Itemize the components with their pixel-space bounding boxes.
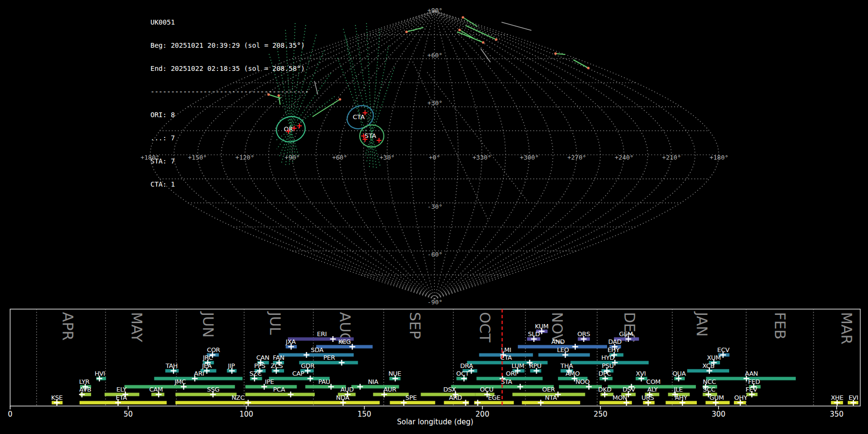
shower-label-lyr: LYR xyxy=(79,378,90,385)
shower-bar-noo xyxy=(559,385,602,389)
shower-label-qua: QUA xyxy=(672,370,686,377)
latitude-label: +60° xyxy=(427,52,442,59)
shower-label-ori: ORI xyxy=(506,370,516,377)
shower-label-and: AND xyxy=(551,338,565,345)
station-id: UK0051 xyxy=(150,18,309,26)
trail-tip-dot xyxy=(587,67,589,69)
shower-label-avb: AVB xyxy=(79,386,91,393)
meteor-trail xyxy=(312,99,340,117)
shower-peak-marker xyxy=(517,384,523,390)
session-info-panel: UK0051 Beg: 20251021 20:39:29 (sol = 208… xyxy=(150,3,309,196)
shower-label-oer: OER xyxy=(542,386,555,393)
shower-label-dsx: DSX xyxy=(443,386,456,393)
count-sta: STA: 7 xyxy=(150,157,309,165)
month-label: OCT xyxy=(476,312,493,343)
trail-tip-dot xyxy=(495,38,497,41)
shower-label-ehy: EHY xyxy=(608,346,620,353)
count-ori: ORI: 8 xyxy=(150,111,309,119)
shower-label-hyd: HYD xyxy=(601,354,614,361)
graticule-meridian xyxy=(434,11,672,299)
axis-tick-label: 250 xyxy=(594,410,608,419)
shower-bar-dsx xyxy=(421,393,475,396)
longitude-label: +330° xyxy=(473,154,491,161)
shower-label-rpu: RPU xyxy=(529,362,542,369)
shower-peak-marker xyxy=(288,392,294,397)
shower-label-cap: CAP xyxy=(292,370,304,377)
longitude-label: +0° xyxy=(429,154,440,161)
month-label: JAN xyxy=(693,311,710,337)
shower-label-szc: SZC xyxy=(249,370,262,377)
trail-tip-dot xyxy=(458,28,461,31)
shower-label-ari: ARI xyxy=(194,370,204,377)
shower-label-amo: AMO xyxy=(566,370,580,377)
shower-label-ege: EGE xyxy=(488,394,501,401)
latitude-label: -90° xyxy=(427,298,442,306)
meteor-track xyxy=(338,58,367,136)
shower-label-xcb: XCB xyxy=(703,362,715,369)
shower-label-ahy: AHY xyxy=(675,394,687,401)
shower-bar-ssg xyxy=(176,393,237,396)
axis-tick-label: 200 xyxy=(475,410,489,419)
trail-tip-dot xyxy=(405,30,407,33)
meteor-trail xyxy=(407,27,423,32)
shower-label-tah: TAH xyxy=(165,362,178,369)
shower-peak-marker xyxy=(538,400,543,406)
shower-label-eta: ETA xyxy=(116,394,127,401)
shower-peak-marker xyxy=(357,384,363,390)
shower-peak-marker xyxy=(245,400,251,406)
count-cta: CTA: 1 xyxy=(150,180,309,188)
axis-tick-label: 100 xyxy=(239,410,253,419)
shower-label-ncc: NCC xyxy=(703,378,716,385)
shower-peak-marker xyxy=(307,376,313,381)
sporadic-trail xyxy=(481,49,490,62)
shower-bar-pca xyxy=(245,393,315,396)
latitude-label: +30° xyxy=(427,99,442,107)
axis-tick-label: 0 xyxy=(8,410,13,419)
radiant-label-sta: STA xyxy=(365,132,376,139)
shower-peak-marker xyxy=(339,360,345,366)
shower-label-per: PER xyxy=(323,354,335,361)
shower-label-eri: ERI xyxy=(317,330,326,338)
shower-label-spe: SPE xyxy=(406,394,417,401)
latitude-label: -60° xyxy=(427,251,442,258)
meteor-trail xyxy=(463,17,477,27)
month-label: MAY xyxy=(128,312,145,342)
x-axis-title: Solar longitude (deg) xyxy=(397,418,473,426)
month-label: JUN xyxy=(200,311,217,338)
shower-label-jip: JIP xyxy=(228,362,235,369)
session-begin: Beg: 20251021 20:39:29 (sol = 208.35°) xyxy=(150,41,309,49)
session-end: End: 20251022 02:18:35 (sol = 208.58°) xyxy=(150,65,309,72)
shower-label-ard: ARD xyxy=(449,394,462,401)
shower-label-gem: GEM xyxy=(619,330,633,338)
shower-label-nzc: NZC xyxy=(231,394,244,401)
meteor-track xyxy=(365,68,394,156)
shower-label-cam: CAM xyxy=(149,386,163,393)
axis-tick-label: 50 xyxy=(123,410,133,419)
month-label: FEB xyxy=(772,312,788,339)
latitude-label: +90° xyxy=(427,7,442,14)
shower-bar-ari xyxy=(154,377,243,380)
shower-label-dsv: DSV xyxy=(623,386,636,393)
shower-peak-marker xyxy=(304,352,310,358)
month-label: APR xyxy=(59,312,76,340)
axis-tick-label: 350 xyxy=(830,410,844,419)
meteor-trail xyxy=(556,54,565,54)
shower-label-nia: NIA xyxy=(368,378,379,385)
month-label: SEP xyxy=(407,312,423,339)
shower-label-can: CAN xyxy=(257,354,270,361)
shower-label-nta: NTA xyxy=(545,394,557,401)
shower-bar-ipe xyxy=(245,385,297,389)
trail-tip-dot xyxy=(554,52,556,54)
shower-bar-spe xyxy=(390,401,435,405)
shower-label-kcg: KCG xyxy=(338,338,351,345)
trail-tip-dot xyxy=(339,98,341,100)
longitude-label: +300° xyxy=(520,154,539,161)
trail-tip-dot xyxy=(482,41,484,43)
shower-bar-aur xyxy=(373,393,409,396)
shower-label-sda: SDA xyxy=(311,346,324,353)
axis-tick-label: 150 xyxy=(357,410,371,419)
shower-bar-nta xyxy=(522,401,580,405)
shower-label-gum: GUM xyxy=(709,394,724,401)
shower-label-aur: AUR xyxy=(383,386,396,393)
shower-label-cor: COR xyxy=(207,346,220,353)
